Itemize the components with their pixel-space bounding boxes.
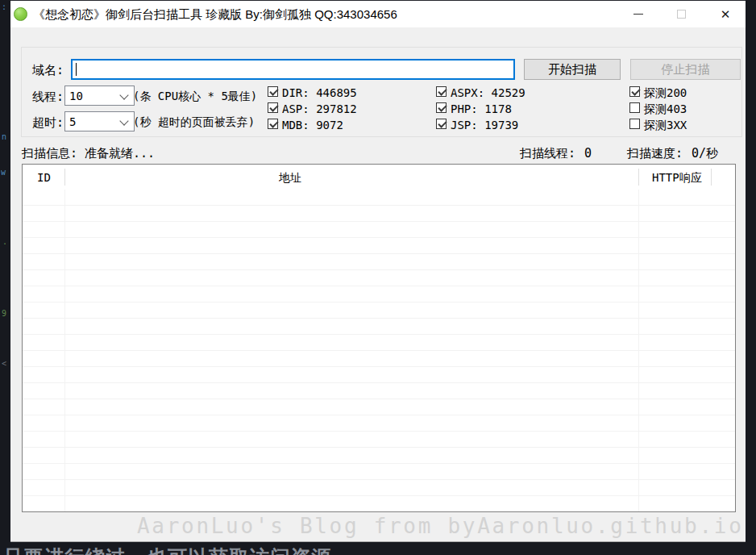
editor-fragment: :	[2, 2, 6, 11]
editor-fragment: 9	[2, 309, 6, 318]
screen: : n w . 9 < 只要进行绕过，也可以获取访问资源 《想念初恋》御剑后台扫…	[0, 0, 756, 555]
chevron-down-icon	[119, 116, 128, 125]
column-separator	[711, 169, 712, 186]
checkbox-label: 探测200	[644, 86, 687, 101]
check-icon	[631, 86, 640, 95]
check-icon	[438, 86, 447, 95]
maximize-icon	[677, 10, 686, 19]
maximize-button[interactable]	[663, 1, 700, 27]
column-header-id[interactable]: ID	[37, 171, 51, 184]
checkbox-label: ASP: 297812	[282, 102, 357, 115]
editor-fragment: w	[1, 168, 6, 177]
window-title: 《想念初恋》御剑后台扫描工具 珍藏版 By:御剑孤独 QQ:343034656	[33, 7, 397, 23]
timeout-select[interactable]: 5	[64, 111, 135, 131]
checkbox-label: 探测403	[644, 102, 687, 117]
column-grid-line	[64, 190, 65, 511]
checkbox-label: ASPX: 42529	[451, 86, 525, 99]
column-separator	[638, 169, 639, 186]
results-table-body	[23, 190, 735, 511]
text-caret	[76, 63, 77, 76]
checkbox-box	[268, 119, 278, 129]
checkbox-label: DIR: 446895	[282, 86, 357, 99]
timeout-label: 超时:	[32, 115, 64, 131]
column-separator	[64, 169, 65, 186]
check-icon	[269, 119, 278, 127]
checkbox-box	[629, 102, 640, 113]
scan-info-value: 准备就绪...	[85, 146, 155, 161]
results-table-header: ID 地址 HTTP响应	[23, 165, 735, 190]
check-icon	[438, 102, 447, 111]
minimize-icon	[633, 14, 643, 15]
checkbox-box	[268, 86, 278, 97]
start-scan-button[interactable]: 开始扫描	[524, 59, 621, 80]
threads-label: 线程:	[32, 90, 64, 105]
app-icon	[14, 7, 27, 21]
checkbox-label: 探测3XX	[644, 119, 687, 133]
threads-select[interactable]: 10	[64, 86, 135, 106]
background-page-text: 只要进行绕过，也可以获取访问资源	[3, 545, 332, 555]
scan-info-label: 扫描信息:	[22, 146, 77, 161]
scan-threads-label: 扫描线程:	[520, 146, 575, 161]
threads-select-value: 10	[69, 90, 83, 102]
timeout-select-value: 5	[69, 115, 76, 128]
checkbox-label: JSP: 19739	[451, 119, 518, 131]
domain-label: 域名:	[32, 63, 64, 78]
checkbox-box	[436, 86, 447, 97]
minimize-button[interactable]	[620, 1, 657, 27]
checkbox-box	[268, 102, 278, 113]
check-icon	[269, 86, 278, 95]
checkbox-box	[436, 119, 447, 129]
domain-input[interactable]	[71, 59, 515, 80]
checkbox-box	[629, 119, 640, 129]
stop-scan-button[interactable]: 停止扫描	[630, 59, 741, 80]
column-grid-line	[638, 190, 639, 511]
scan-speed-label: 扫描速度:	[627, 146, 683, 161]
editor-fragment: <	[2, 359, 6, 368]
app-window: 《想念初恋》御剑后台扫描工具 珍藏版 By:御剑孤独 QQ:343034656 …	[10, 0, 746, 542]
titlebar: 《想念初恋》御剑后台扫描工具 珍藏版 By:御剑孤独 QQ:343034656 …	[10, 1, 746, 27]
checkbox-box	[436, 102, 447, 113]
checkbox-box	[629, 86, 640, 97]
results-table: ID 地址 HTTP响应	[22, 164, 736, 512]
check-icon	[269, 102, 278, 111]
scan-threads-value: 0	[584, 146, 592, 161]
timeout-hint: (秒 超时的页面被丢弃)	[133, 115, 255, 130]
threads-hint: (条 CPU核心 * 5最佳)	[133, 90, 257, 104]
column-header-address[interactable]: 地址	[279, 171, 301, 186]
column-header-http-response[interactable]: HTTP响应	[652, 171, 702, 186]
editor-fragment: n	[2, 132, 6, 141]
scan-speed-value: 0/秒	[692, 146, 718, 161]
watermark-text: AaronLuo's Blog from byAaronluo.github.i…	[137, 514, 744, 538]
check-icon	[438, 119, 447, 127]
chevron-down-icon	[119, 90, 128, 99]
close-icon: ✕	[707, 1, 744, 27]
editor-fragment: .	[2, 237, 7, 246]
checkbox-label: PHP: 1178	[451, 102, 512, 115]
close-button[interactable]: ✕	[707, 1, 744, 27]
checkbox-label: MDB: 9072	[282, 119, 343, 131]
